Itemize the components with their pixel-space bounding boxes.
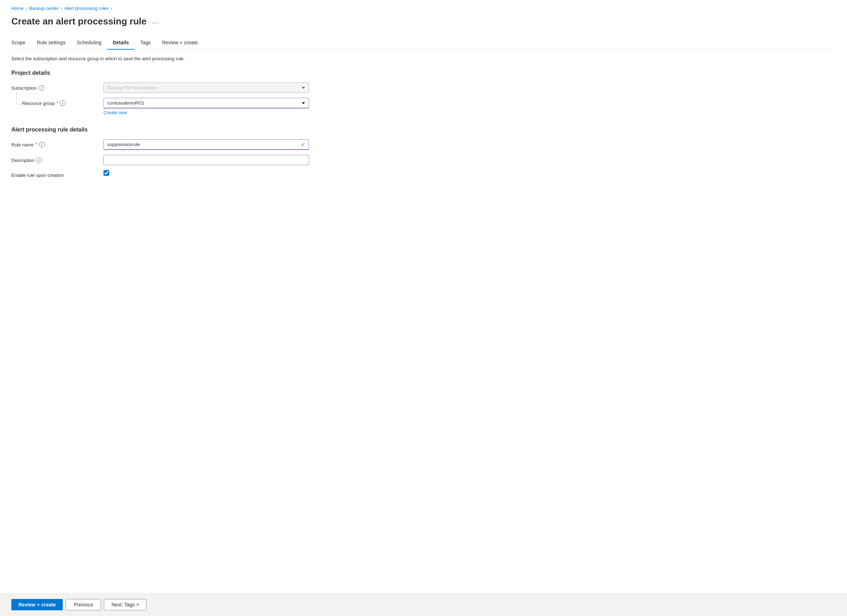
rule-details-section: Alert processing rule details Rule name … xyxy=(11,127,836,178)
ellipsis-button[interactable]: ... xyxy=(150,17,162,26)
tab-scheduling[interactable]: Scheduling xyxy=(71,37,107,50)
enable-rule-label: Enable rule upon creation xyxy=(11,173,64,178)
subscription-label: Subscription xyxy=(11,86,37,91)
breadcrumb-alert-rules[interactable]: Alert processing rules xyxy=(65,6,109,11)
tab-rule-settings[interactable]: Rule settings xyxy=(31,37,71,50)
rule-name-label: Rule name xyxy=(11,142,34,148)
subscription-select[interactable]: Backup PM Subscription xyxy=(103,83,309,93)
tab-scope[interactable]: Scope xyxy=(11,37,31,50)
enable-rule-row: Enable rule upon creation xyxy=(11,170,836,178)
description-info-icon: i xyxy=(36,157,42,163)
next-button[interactable]: Next: Tags > xyxy=(104,599,146,610)
resource-group-info-icon: i xyxy=(60,100,66,106)
tabs-bar: Scope Rule settings Scheduling Details T… xyxy=(11,37,836,50)
subscription-info-icon: i xyxy=(38,85,44,91)
rule-details-header: Alert processing rule details xyxy=(11,127,836,133)
rule-name-input[interactable] xyxy=(103,139,309,150)
tab-review-create[interactable]: Review + create xyxy=(156,37,204,50)
footer-bar: Review + create Previous Next: Tags > xyxy=(0,593,847,616)
project-details-section: Project details Subscription i Backup PM… xyxy=(11,70,836,115)
breadcrumb-sep-1: › xyxy=(26,6,27,11)
breadcrumb: Home › Backup center › Alert processing … xyxy=(11,6,836,11)
rule-name-row: Rule name * i ✓ xyxy=(11,139,836,150)
project-details-header: Project details xyxy=(11,70,836,76)
subscription-row: Subscription i Backup PM Subscription xyxy=(11,83,836,93)
resource-group-label: Resource group xyxy=(22,100,55,106)
rule-name-info-icon: i xyxy=(39,142,45,148)
enable-rule-checkbox[interactable] xyxy=(103,170,109,176)
review-create-button[interactable]: Review + create xyxy=(11,599,63,610)
breadcrumb-home[interactable]: Home xyxy=(11,6,24,11)
tab-details[interactable]: Details xyxy=(107,37,135,50)
resource-group-row: Resource group * i contosodemoRG1 Create… xyxy=(11,98,836,115)
tab-tags[interactable]: Tags xyxy=(135,37,156,50)
previous-button[interactable]: Previous xyxy=(66,599,101,610)
resource-group-select[interactable]: contosodemoRG1 xyxy=(103,98,309,108)
rule-name-required: * xyxy=(35,142,37,147)
create-new-link[interactable]: Create new xyxy=(103,110,127,115)
description-label: Description xyxy=(11,158,34,163)
description-row: Description i xyxy=(11,155,836,165)
breadcrumb-sep-2: › xyxy=(61,6,62,11)
breadcrumb-sep-3: › xyxy=(111,6,112,11)
description-text: Select the subscription and resource gro… xyxy=(11,56,836,61)
description-input[interactable] xyxy=(103,155,309,165)
resource-group-required: * xyxy=(57,100,59,106)
breadcrumb-backup-center[interactable]: Backup center xyxy=(30,6,59,11)
page-title: Create an alert processing rule xyxy=(11,16,146,27)
